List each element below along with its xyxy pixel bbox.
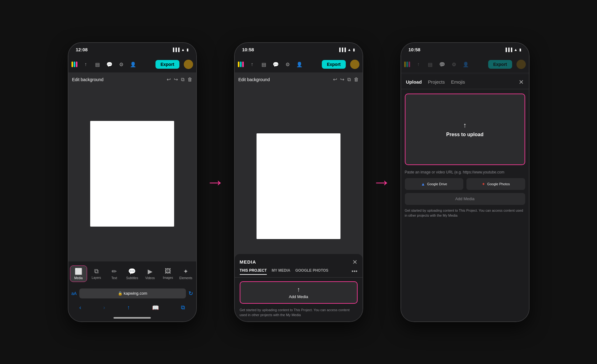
media-tab-google-photos[interactable]: GOOGLE PHOTOS [295,268,328,275]
add-media-upload-icon: ↑ [297,286,300,293]
delete-icon-2[interactable]: 🗑 [354,77,359,82]
upload-tabs-bar-3: Upload Projects Emojis ✕ [401,74,529,89]
phone-3: 10:58 ▐▐▐ ▲ ▮ ↑ ▤ 💬 ⚙ 👤 Export Edit ba [400,42,530,322]
battery-icon-1: ▮ [187,48,189,52]
media-tab-this-project[interactable]: THIS PROJECT [240,268,267,275]
copy-icon-2[interactable]: ⧉ [347,77,351,82]
status-time-2: 10:58 [242,47,254,52]
upload-icon-1[interactable]: ↑ [81,60,90,69]
upload-icon-2[interactable]: ↑ [248,60,257,69]
bookmarks-icon-1[interactable]: 📖 [152,304,159,311]
upload-hint-3: Get started by uploading content to This… [405,208,525,218]
nav-item-subtitles-1[interactable]: 💬 Subtitles [123,268,141,280]
upload-close-btn[interactable]: ✕ [519,78,524,86]
google-drive-btn-3[interactable]: ▲ Google Drive [405,178,464,190]
status-icons-3: ▐▐▐ ▲ ▮ [504,48,521,52]
export-button-1[interactable]: Export [155,60,179,69]
bottom-nav-1: ⬜ Media ⧉ Layers ✏ Text 💬 Subtitles ▶ Vi… [68,261,196,286]
settings-icon-2[interactable]: ⚙ [283,60,292,69]
edit-bg-bar-2: Edit background ↩ ↪ ⧉ 🗑 [235,73,363,86]
home-bar-1 [113,317,151,319]
signal-icon-2: ▐▐▐ [338,48,346,52]
brand-logo-1 [72,62,77,67]
avatar-2 [350,60,359,69]
nav-item-images-1[interactable]: 🖼 Images [160,268,177,279]
nav-item-videos-1[interactable]: ▶ Videos [141,268,159,280]
refresh-icon-1[interactable]: ↻ [188,290,193,297]
brand-logo-3 [404,62,410,67]
export-button-2[interactable]: Export [322,60,345,69]
forward-icon-1[interactable]: › [103,304,105,311]
undo-icon-1[interactable]: ↩ [167,76,171,82]
home-indicator-1 [68,315,196,321]
videos-nav-icon-1: ▶ [148,268,152,275]
nav-label-images-1: Images [163,276,173,279]
add-media-button-2[interactable]: ↑ Add Media [240,281,358,304]
white-canvas-1 [90,121,174,227]
redo-icon-1[interactable]: ↪ [174,76,178,82]
export-button-3[interactable]: Export [488,60,512,69]
media-header-2: MEDIA ✕ [235,254,363,268]
status-bar-2: 10:58 ▐▐▐ ▲ ▮ [235,43,363,57]
redo-icon-2[interactable]: ↪ [340,76,344,82]
settings-icon-3[interactable]: ⚙ [449,60,459,69]
url-bar-1[interactable]: 🔒 kapwing.com [79,288,186,298]
upload-tab-projects[interactable]: Projects [428,79,445,85]
status-time-1: 12:08 [76,47,88,52]
subtitle-icon-1[interactable]: ▤ [93,60,102,69]
signal-icon-1: ▐▐▐ [172,48,180,52]
brand-logo-2 [238,62,244,67]
nav-item-text-1[interactable]: ✏ Text [106,268,123,280]
lock-icon-1: 🔒 [118,291,123,296]
collab-icon-3[interactable]: 👤 [461,60,470,69]
undo-icon-2[interactable]: ↩ [333,76,337,82]
comment-icon-3[interactable]: 💬 [437,60,447,69]
toolbar-2: ↑ ▤ 💬 ⚙ 👤 Export [235,57,363,73]
toolbar-1: ↑ ▤ 💬 ⚙ 👤 Export [68,57,196,73]
subtitle-icon-2[interactable]: ▤ [259,60,269,69]
wifi-icon-3: ▲ [514,48,518,52]
back-icon-1[interactable]: ‹ [79,304,81,311]
status-bar-1: 12:08 ▐▐▐ ▲ ▮ [68,43,196,57]
add-media-bottom-3[interactable]: Add Media [405,193,525,205]
google-photos-label-3: Google Photos [487,182,510,186]
phone-1: 12:08 ▐▐▐ ▲ ▮ ↑ ▤ 💬 ⚙ 👤 Export Edit ba [68,42,197,322]
upload-tab-emojis[interactable]: Emojis [451,79,465,85]
media-panel-2: MEDIA ✕ THIS PROJECT MY MEDIA GOOGLE PHO… [235,254,363,321]
copy-icon-1[interactable]: ⧉ [181,77,184,82]
edit-bg-bar-1: Edit background ↩ ↪ ⧉ 🗑 [68,73,196,86]
collab-icon-1[interactable]: 👤 [128,60,138,69]
upload-icon-3[interactable]: ↑ [414,60,423,69]
paste-url-hint-3: Paste an image or video URL (e.g. https:… [405,169,525,175]
media-more-icon[interactable]: ••• [352,268,358,275]
tabs-icon-1[interactable]: ⧉ [181,304,185,311]
avatar-1 [184,60,193,69]
browser-bar-1: aA 🔒 kapwing.com ↻ [68,286,196,301]
nav-item-elements-1[interactable]: ✦ Elements [177,268,194,280]
settings-icon-1[interactable]: ⚙ [117,60,126,69]
add-media-bottom-label: Add Media [455,196,474,201]
comment-icon-1[interactable]: 💬 [105,60,114,69]
subtitle-icon-3[interactable]: ▤ [426,60,435,69]
share-icon-1[interactable]: ↑ [127,304,130,311]
status-bar-3: 10:58 ▐▐▐ ▲ ▮ [401,43,529,57]
google-photos-btn-3[interactable]: ✦ Google Photos [466,178,525,190]
media-close-btn-2[interactable]: ✕ [352,258,358,266]
nav-label-videos-1: Videos [145,276,155,280]
arrow-1: → [206,173,225,191]
upload-tab-upload[interactable]: Upload [406,79,422,85]
google-drive-icon: ▲ [421,182,425,187]
phone-2: 10:58 ▐▐▐ ▲ ▮ ↑ ▤ 💬 ⚙ 👤 Export Edit ba [234,42,363,322]
arrow-2: → [373,173,391,191]
upload-drop-zone-3[interactable]: ↑ Press to upload [405,94,525,165]
media-hint-2: Get started by uploading content to This… [235,307,363,321]
nav-item-layers-1[interactable]: ⧉ Layers [88,268,105,279]
comment-icon-2[interactable]: 💬 [271,60,280,69]
nav-item-media-1[interactable]: ⬜ Media [70,265,87,282]
edit-bg-actions-2: ↩ ↪ ⧉ 🗑 [333,76,359,82]
collab-icon-2[interactable]: 👤 [295,60,304,69]
media-tab-my-media[interactable]: MY MEDIA [272,268,290,275]
layers-nav-icon-1: ⧉ [94,268,99,275]
delete-icon-1[interactable]: 🗑 [187,77,192,82]
edit-bg-actions-1: ↩ ↪ ⧉ 🗑 [167,76,192,82]
